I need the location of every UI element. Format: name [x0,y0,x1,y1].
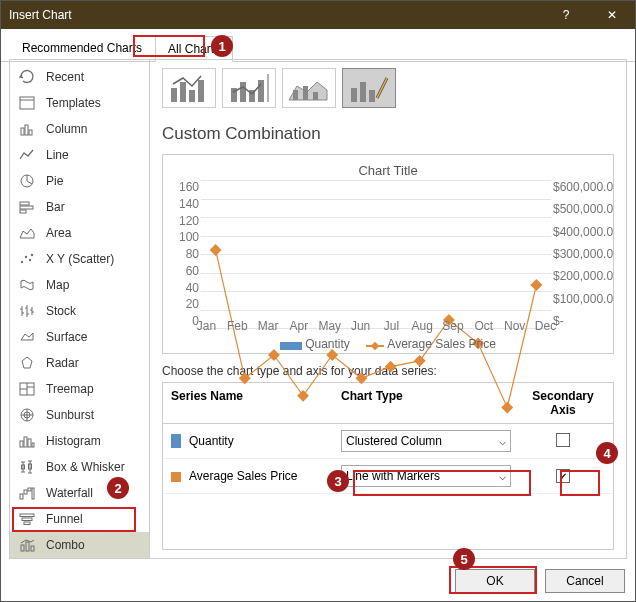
sidebar-item-stock[interactable]: Stock [10,298,149,324]
svg-rect-6 [20,206,33,209]
subtype-stacked-area-column[interactable] [282,68,336,108]
window-title: Insert Chart [9,8,543,22]
svg-rect-3 [29,130,32,135]
svg-rect-39 [258,80,264,102]
sidebar-item-label: X Y (Scatter) [46,252,114,266]
svg-rect-0 [20,97,34,109]
funnel-icon [18,511,36,527]
subtype-heading: Custom Combination [162,124,614,144]
svg-rect-34 [189,90,195,102]
sidebar-item-bar[interactable]: Bar [10,194,149,220]
svg-rect-16 [20,441,23,447]
svg-rect-25 [32,488,34,499]
chart-title: Chart Title [173,163,603,178]
insert-chart-dialog: 1 2 3 4 5 Insert Chart ? ✕ Recommended C… [0,0,636,602]
chart-legend: Quantity Average Sales Price [163,337,613,351]
svg-rect-42 [313,92,318,100]
legend-swatch-quantity [280,342,302,350]
sidebar-item-combo[interactable]: Combo [10,532,149,558]
y-axis-left: 160 140 120 100 80 60 40 20 0 [173,180,199,328]
svg-rect-35 [198,80,204,102]
svg-point-8 [21,261,23,263]
histogram-icon [18,433,36,449]
radar-icon [18,355,36,371]
sidebar-item-box-whisker[interactable]: Box & Whisker [10,454,149,480]
ok-button[interactable]: OK [455,569,535,593]
svg-rect-44 [360,82,366,102]
tab-strip: Recommended Charts All Charts [1,29,635,62]
bar-icon [18,199,36,215]
sidebar-item-label: Stock [46,304,76,318]
svg-rect-29 [21,545,24,551]
sidebar-item-waterfall[interactable]: Waterfall [10,480,149,506]
chart-plot-area: 160 140 120 100 80 60 40 20 0 $600,000.0… [201,180,551,328]
svg-rect-32 [171,88,177,102]
stock-icon [18,303,36,319]
tab-recommended-charts[interactable]: Recommended Charts [9,35,155,61]
sidebar-item-sunburst[interactable]: Sunburst [10,402,149,428]
waterfall-icon [18,485,36,501]
svg-rect-43 [351,88,357,102]
sunburst-icon [18,407,36,423]
sidebar-item-label: Funnel [46,512,83,526]
svg-point-10 [29,259,31,261]
sidebar-item-label: Column [46,122,87,136]
scatter-icon [18,251,36,267]
secondary-axis-checkbox-avg-price[interactable] [556,469,570,483]
series-swatch-avg-price [171,472,181,482]
svg-rect-28 [24,522,30,525]
svg-rect-52 [385,361,397,373]
subtype-clustered-column-line[interactable] [162,68,216,108]
sidebar-item-line[interactable]: Line [10,142,149,168]
svg-rect-31 [31,546,34,551]
sidebar-item-label: Area [46,226,71,240]
surface-icon [18,329,36,345]
recent-icon [18,69,36,85]
svg-rect-40 [293,90,298,100]
sidebar-item-label: Bar [46,200,65,214]
svg-rect-7 [20,210,26,213]
titlebar: Insert Chart ? ✕ [1,1,635,29]
sidebar-item-column[interactable]: Column [10,116,149,142]
combo-subtype-row [162,68,614,108]
subtype-clustered-column-line-secondary[interactable] [222,68,276,108]
svg-rect-2 [25,125,28,135]
svg-rect-27 [22,518,32,521]
templates-icon [18,95,36,111]
sidebar-item-templates[interactable]: Templates [10,90,149,116]
sidebar-item-funnel[interactable]: Funnel [10,506,149,532]
sidebar-item-treemap[interactable]: Treemap [10,376,149,402]
subtype-custom-combination[interactable] [342,68,396,108]
sidebar-item-scatter[interactable]: X Y (Scatter) [10,246,149,272]
close-button[interactable]: ✕ [589,1,635,29]
svg-rect-37 [240,82,246,102]
cancel-button[interactable]: Cancel [545,569,625,593]
svg-rect-49 [297,390,309,402]
sidebar-item-label: Line [46,148,69,162]
svg-rect-41 [303,86,308,100]
sidebar-item-label: Map [46,278,69,292]
svg-rect-45 [369,90,375,102]
sidebar-item-histogram[interactable]: Histogram [10,428,149,454]
chart-category-sidebar: Recent Templates Column Line Pie Bar Are… [10,60,150,558]
help-button[interactable]: ? [543,1,589,29]
svg-rect-18 [28,439,31,447]
line-series [201,180,551,530]
sidebar-item-radar[interactable]: Radar [10,350,149,376]
sidebar-item-label: Surface [46,330,87,344]
content-area: Recent Templates Column Line Pie Bar Are… [9,59,627,559]
sidebar-item-label: Recent [46,70,84,84]
sidebar-item-recent[interactable]: Recent [10,64,149,90]
sidebar-item-label: Sunburst [46,408,94,422]
dialog-footer: OK Cancel [455,569,625,593]
sidebar-item-pie[interactable]: Pie [10,168,149,194]
line-icon [18,147,36,163]
sidebar-item-label: Waterfall [46,486,93,500]
sidebar-item-map[interactable]: Map [10,272,149,298]
secondary-axis-checkbox-quantity[interactable] [556,433,570,447]
sidebar-item-area[interactable]: Area [10,220,149,246]
svg-rect-24 [28,488,31,491]
sidebar-item-surface[interactable]: Surface [10,324,149,350]
sidebar-item-label: Treemap [46,382,94,396]
svg-rect-57 [530,279,542,291]
